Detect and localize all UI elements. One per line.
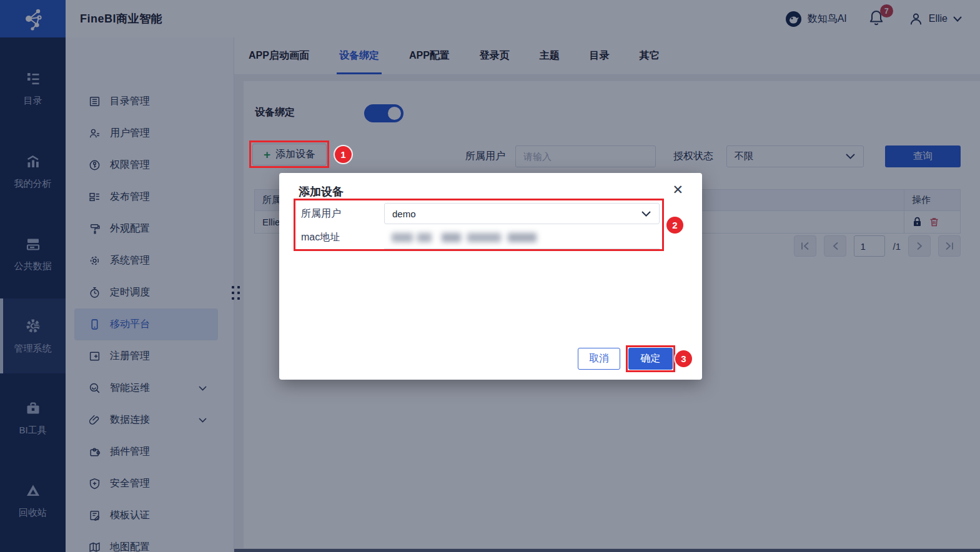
cancel-button[interactable]: 取消 xyxy=(578,348,620,370)
modal-title: 添加设备 xyxy=(299,184,344,199)
close-icon[interactable]: ✕ xyxy=(672,183,683,196)
modal-mac-label: mac地址 xyxy=(301,227,340,248)
confirm-button[interactable]: 确定 xyxy=(628,348,673,370)
mac-address-value-redacted xyxy=(392,233,553,242)
modal-owner-select[interactable]: demo xyxy=(384,203,660,224)
chevron-down-icon xyxy=(641,210,651,217)
add-device-modal: 添加设备 ✕ 所属用户 demo mac地址 取消 确定 xyxy=(279,173,702,380)
modal-mac-input[interactable] xyxy=(384,227,660,249)
modal-owner-label: 所属用户 xyxy=(301,203,341,224)
finebi-app: FineBI商业智能 数知鸟AI 7 xyxy=(0,0,980,552)
modal-owner-value: demo xyxy=(392,209,416,219)
